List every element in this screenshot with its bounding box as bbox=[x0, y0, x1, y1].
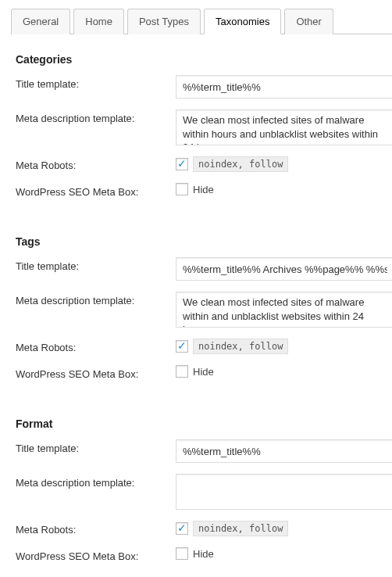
label-title-template: Title template: bbox=[16, 75, 176, 90]
section-categories: Categories Title template: Meta descript… bbox=[8, 34, 392, 217]
label-meta-robots: Meta Robots: bbox=[16, 521, 176, 536]
tab-general[interactable]: General bbox=[11, 9, 70, 34]
categories-noindex-checkbox[interactable] bbox=[176, 158, 188, 170]
format-noindex-checkbox[interactable] bbox=[176, 522, 188, 535]
section-tags: Tags Title template: Meta description te… bbox=[8, 217, 392, 399]
tab-other[interactable]: Other bbox=[284, 9, 333, 34]
label-title-template: Title template: bbox=[16, 257, 176, 272]
section-heading-categories: Categories bbox=[16, 53, 392, 66]
label-meta-robots: Meta Robots: bbox=[16, 339, 176, 353]
categories-meta-desc-textarea[interactable] bbox=[176, 109, 392, 145]
label-meta-desc-template: Meta description template: bbox=[16, 292, 176, 306]
noindex-follow-pill: noindex, follow bbox=[193, 156, 288, 172]
categories-hide-checkbox[interactable] bbox=[176, 183, 188, 195]
label-title-template: Title template: bbox=[16, 439, 176, 454]
tab-post-types[interactable]: Post Types bbox=[127, 9, 201, 34]
noindex-follow-pill: noindex, follow bbox=[193, 339, 288, 354]
hide-label: Hide bbox=[193, 548, 214, 560]
format-hide-checkbox[interactable] bbox=[176, 547, 188, 560]
label-meta-desc-template: Meta description template: bbox=[16, 109, 176, 124]
tab-taxonomies[interactable]: Taxonomies bbox=[204, 9, 281, 34]
hide-label: Hide bbox=[193, 366, 214, 378]
format-title-template-input[interactable] bbox=[176, 439, 392, 463]
label-seo-meta-box: WordPress SEO Meta Box: bbox=[16, 183, 176, 198]
section-heading-format: Format bbox=[16, 418, 392, 430]
label-meta-desc-template: Meta description template: bbox=[16, 474, 176, 489]
label-meta-robots: Meta Robots: bbox=[16, 156, 176, 171]
tab-home[interactable]: Home bbox=[73, 9, 124, 34]
hide-label: Hide bbox=[193, 184, 214, 195]
format-meta-desc-textarea[interactable] bbox=[176, 474, 392, 510]
section-heading-tags: Tags bbox=[16, 235, 392, 248]
categories-title-template-input[interactable] bbox=[176, 75, 392, 99]
noindex-follow-pill: noindex, follow bbox=[193, 521, 288, 536]
section-format: Format Title template: Meta description … bbox=[8, 399, 392, 577]
label-seo-meta-box: WordPress SEO Meta Box: bbox=[16, 547, 176, 562]
tags-noindex-checkbox[interactable] bbox=[176, 340, 188, 353]
label-seo-meta-box: WordPress SEO Meta Box: bbox=[16, 365, 176, 380]
tags-hide-checkbox[interactable] bbox=[176, 365, 188, 378]
tabs: General Home Post Types Taxonomies Other bbox=[11, 8, 392, 34]
tags-title-template-input[interactable] bbox=[176, 257, 392, 281]
tags-meta-desc-textarea[interactable] bbox=[176, 292, 392, 328]
